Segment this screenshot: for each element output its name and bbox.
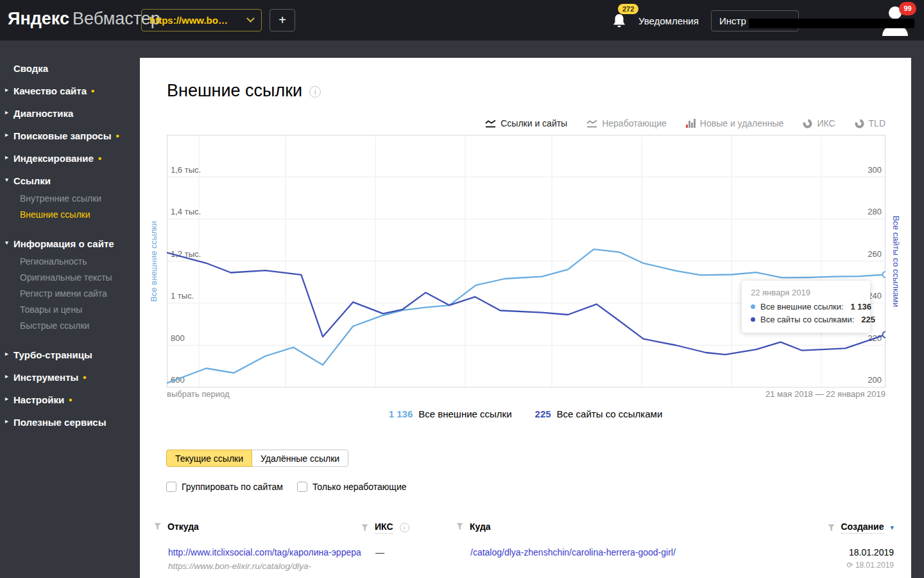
main-content: Внешние ссылки i Ссылки и сайтыНеработаю… <box>140 58 911 578</box>
sidebar-item-label: Настройки <box>13 394 64 405</box>
sidebar-item[interactable]: ▸Поисковые запросы• <box>13 130 119 141</box>
chart-tab[interactable]: Неработающие <box>586 118 667 128</box>
filter-checkboxes: Группировать по сайтамТолько неработающи… <box>166 482 407 492</box>
chart-tab[interactable]: TLD <box>855 118 886 128</box>
filter-checkbox[interactable]: Группировать по сайтам <box>166 482 283 492</box>
site-selector[interactable]: https://www.bo… <box>141 9 262 31</box>
notification-dot-icon: • <box>116 130 119 141</box>
sidebar: Сводка▸Качество сайта•▸Диагностика▸Поиск… <box>0 40 140 578</box>
bell-icon[interactable] <box>611 12 628 31</box>
sidebar-item[interactable]: Регистр имени сайта <box>20 288 107 299</box>
legend-value: 1 136 <box>389 408 413 419</box>
column-header[interactable]: ИКСi <box>361 521 409 534</box>
notifications-badge: 272 <box>618 4 638 14</box>
checkbox-label: Только неработающие <box>312 482 407 492</box>
link-type-button[interactable]: Удалённые ссылки <box>252 450 348 467</box>
chart-tooltip: 22 января 2019 Все внешние ссылки:1 136 … <box>742 281 870 333</box>
redaction-bar <box>749 19 914 28</box>
filter-checkbox[interactable]: Только неработающие <box>297 482 407 492</box>
notification-dot-icon: • <box>98 153 101 164</box>
chart-tab[interactable]: Ссылки и сайты <box>485 118 567 128</box>
chart-legend: 1 136Все внешние ссылки225Все сайты со с… <box>140 408 911 419</box>
sidebar-item[interactable]: Внешние ссылки <box>20 209 90 220</box>
legend-item: 225Все сайты со ссылками <box>535 408 663 419</box>
svg-text:1 тыс.: 1 тыс. <box>171 291 194 301</box>
chart-tab[interactable]: ИКС <box>803 118 835 128</box>
sidebar-item[interactable]: Внутренние ссылки <box>20 193 101 204</box>
add-site-button[interactable]: + <box>270 9 295 31</box>
sidebar-item[interactable]: ▾Информация о сайте <box>13 238 114 249</box>
sidebar-item[interactable]: ▸Турбо-страницы <box>13 349 92 360</box>
chevron-right-icon: ▸ <box>5 86 8 93</box>
sidebar-item-label: Быстрые ссылки <box>20 320 89 331</box>
checkbox-box[interactable] <box>166 482 176 492</box>
sidebar-item-label: Качество сайта <box>13 85 87 96</box>
sidebar-item[interactable]: Сводка <box>13 63 48 74</box>
checkbox-box[interactable] <box>297 482 307 492</box>
tab-label: ИКС <box>817 118 835 128</box>
iks-value: — <box>375 547 384 557</box>
chart-tab[interactable]: Новые и удаленные <box>686 118 784 128</box>
destination-link[interactable]: /catalog/dlya-zhenshchin/carolina-herrer… <box>470 547 676 557</box>
sidebar-item[interactable]: Быстрые ссылки <box>20 320 89 331</box>
tab-label: Ссылки и сайты <box>501 118 567 128</box>
chevron-down-icon: ▾ <box>5 176 8 183</box>
info-icon[interactable]: i <box>400 523 409 532</box>
source-link[interactable]: http://www.itclixsocial.com/tag/каролина… <box>168 547 361 557</box>
tooltip-row: Все внешние ссылки:1 136 <box>751 302 861 311</box>
sidebar-item[interactable]: Региональность <box>20 256 87 267</box>
sidebar-item[interactable]: ▸Полезные сервисы <box>13 417 107 428</box>
sidebar-item[interactable]: Оригинальные тексты <box>20 272 112 283</box>
chevron-down-icon <box>246 14 255 22</box>
column-header-label: Откуда <box>167 521 199 532</box>
recheck-date: ⟳ 18.01.2019 <box>847 561 894 570</box>
legend-label: Все сайты со ссылками <box>557 408 663 419</box>
sidebar-item[interactable]: ▸Качество сайта• <box>13 85 94 96</box>
filter-icon[interactable] <box>456 523 463 530</box>
notification-dot-icon: • <box>83 372 86 383</box>
filter-icon[interactable] <box>154 523 161 530</box>
line-chart-icon <box>586 119 597 128</box>
tab-label: Новые и удаленные <box>700 118 784 128</box>
svg-text:800: 800 <box>171 333 185 343</box>
info-icon[interactable]: i <box>309 86 321 98</box>
link-type-toggle: Текущие ссылкиУдалённые ссылки <box>166 450 348 467</box>
link-type-button[interactable]: Текущие ссылки <box>166 450 252 467</box>
sidebar-item-label: Диагностика <box>13 108 73 119</box>
column-header-label: Создание <box>841 521 884 534</box>
sidebar-item-label: Оригинальные тексты <box>20 272 112 283</box>
column-header[interactable]: Куда <box>456 521 491 532</box>
site-selector-value: https://www.bo… <box>150 15 228 26</box>
filter-icon[interactable] <box>361 524 368 532</box>
chart-tabs: Ссылки и сайтыНеработающиеНовые и удален… <box>485 118 886 128</box>
chevron-right-icon: ▸ <box>5 372 8 380</box>
filter-icon[interactable] <box>828 524 835 532</box>
sidebar-item[interactable]: ▸Индексирование• <box>13 153 101 164</box>
links-chart[interactable]: 6008001 тыс.1,2 тыс.1,4 тыс.1,6 тыс.2002… <box>167 135 886 388</box>
svg-text:280: 280 <box>868 207 882 216</box>
column-header[interactable]: Создание▾ <box>828 521 894 534</box>
bar-chart-icon <box>686 119 696 128</box>
line-chart-icon <box>485 119 496 128</box>
sidebar-item-label: Индексирование <box>13 153 94 164</box>
right-axis-title: Все сайты со ссылками <box>891 216 901 308</box>
sidebar-item[interactable]: Товары и цены <box>20 304 82 315</box>
sidebar-item-label: Полезные сервисы <box>13 417 107 428</box>
notifications-label[interactable]: Уведомления <box>638 15 699 26</box>
column-header[interactable]: Откуда <box>154 521 199 532</box>
topbar: ЯндексВебмастер https://www.bo… + 272 Ув… <box>0 0 924 40</box>
svg-text:1,4 тыс.: 1,4 тыс. <box>171 207 201 216</box>
sidebar-item-label: Поисковые запросы <box>13 130 111 141</box>
sidebar-item[interactable]: ▸Инструменты• <box>13 372 87 383</box>
chevron-down-icon: ▾ <box>5 239 8 246</box>
app-logo[interactable]: ЯндексВебмастер <box>8 9 160 29</box>
sidebar-item[interactable]: ▾Ссылки <box>13 175 51 186</box>
select-period-link[interactable]: выбрать период <box>167 389 230 399</box>
sidebar-item-label: Инструменты <box>13 372 78 383</box>
sidebar-item[interactable]: ▸Диагностика <box>13 108 73 119</box>
chevron-right-icon: ▸ <box>5 109 8 116</box>
sidebar-item[interactable]: ▸Настройки• <box>13 394 72 405</box>
sidebar-item-label: Ссылки <box>13 175 51 186</box>
chevron-right-icon: ▸ <box>5 417 8 425</box>
page-title: Внешние ссылки <box>167 81 302 101</box>
